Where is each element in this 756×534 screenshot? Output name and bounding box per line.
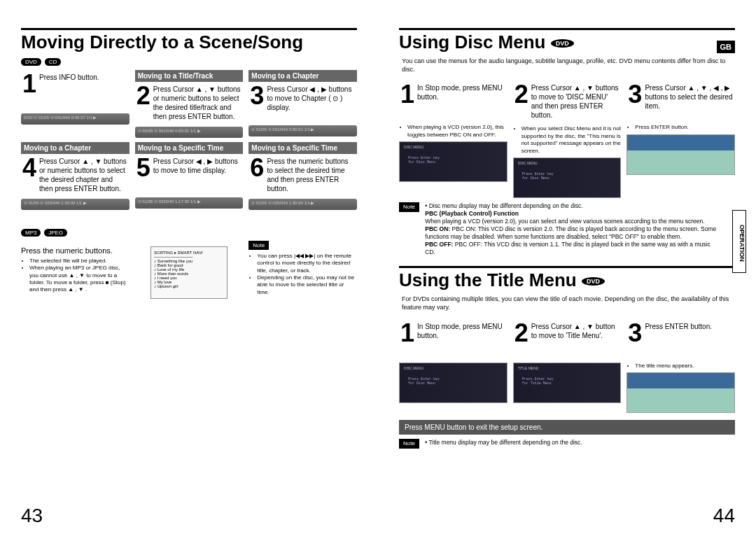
title-moving-directly: Moving Directly to a Scene/Song (21, 31, 357, 53)
title-note-block: Note • Title menu display may be differe… (399, 439, 735, 449)
pill-mp3: MP3 (21, 229, 41, 237)
step-num: 2 (514, 83, 528, 106)
rule (399, 28, 735, 30)
pill-dvd: DVD (21, 58, 41, 66)
title-steps-row: 1 In Stop mode, press MENU button. DISC … (399, 319, 735, 413)
step-header: Moving to a Title/Track (135, 70, 244, 82)
pill-cd: CD (45, 58, 62, 66)
info-bar: DVD ⊙ 01/05 ⊙ 001/040 0:00:37 1/1 ▶ (21, 113, 130, 125)
steps-row-2: Moving to a Chapter 4 Press Cursor ▲ , ▼… (21, 142, 357, 210)
step-text: Press Cursor ▲ , ▼ buttons to move to 'D… (531, 83, 620, 120)
step-num: 5 (136, 157, 150, 179)
title-subtext: For DVDs containing multiple titles, you… (402, 295, 735, 311)
info-bar: ⊙ 01/05 ⊙ 001/040 0:00:01 1/1 ▶ (248, 125, 357, 136)
note-line: PBC (Playback Control) Function (425, 210, 519, 217)
step-text: Press the numeric buttons to select the … (267, 157, 356, 193)
disc-subtext: You can use the menus for the audio lang… (402, 57, 735, 73)
numeric-text: Press the numeric buttons. (21, 246, 130, 255)
step-num: 3 (250, 85, 264, 107)
numeric-bullets: The selected file will be played. When p… (21, 258, 130, 294)
note-line: Disc menu display may be different depen… (429, 202, 583, 209)
step-num: 2 (514, 322, 528, 344)
operation-tab: OPERATION (732, 210, 746, 273)
bullet: When playing an MP3 or JPEG disc, you ca… (29, 265, 130, 294)
note-label: Note (399, 439, 419, 449)
disc-step-3: 3 Press Cursor ▲ , ▼ , ◀ , ▶ buttons to … (626, 80, 735, 198)
page-number-43: 43 (21, 505, 43, 527)
rule-top (21, 28, 357, 30)
title-using-disc-menu: Using Disc Menu DVD (399, 31, 735, 53)
step-header: Moving to a Chapter (248, 70, 357, 82)
note-text: Title menu display may be different depe… (428, 439, 582, 446)
title-using-title-menu: Using the Title Menu DVD (399, 269, 735, 291)
file-list-box: SORTING ▸ SMART NAVI ───────────── ♪ Som… (150, 246, 227, 299)
disc-note-block: Note • Disc menu display may be differen… (399, 202, 735, 256)
mp3-jpeg-pills: MP3 JPEG (21, 228, 357, 237)
step-bullet: Press ENTER button. (626, 124, 735, 131)
dvd-badge: DVD (551, 39, 574, 48)
gb-badge: GB (717, 41, 736, 53)
info-bar: ⊙ 01/05 ⊙ 025/040 1:30:00 1/1 ▶ (21, 199, 130, 210)
step-text: Press Cursor ▲ , ▼ button to move to 'Ti… (531, 322, 620, 340)
tv-screen: TITLE MENU Press Enter keyfor Title Menu (513, 363, 622, 403)
note-label: Note (248, 241, 269, 250)
dvd-badge: DVD (582, 277, 605, 286)
file-list-illustration: SORTING ▸ SMART NAVI ───────────── ♪ Som… (135, 241, 244, 299)
step-num: 1 (400, 83, 414, 106)
step-1: 1 Press INFO button. DVD ⊙ 01/05 ⊙ 001/0… (21, 70, 130, 138)
note-line: When playing a VCD (version 2.0), you ca… (425, 218, 704, 225)
mp3-row: Press the numeric buttons. The selected … (21, 241, 357, 299)
page-44: GB OPERATION Using Disc Menu DVD You can… (378, 0, 756, 534)
step-header: Moving to a Specific Time (248, 142, 357, 154)
step-num: 2 (136, 85, 150, 107)
pill-jpeg: JPEG (44, 229, 67, 237)
info-bar: ⊙ 01/05 ⊙ 025/040 1:17:30 1/1 ▶ (135, 197, 244, 209)
steps-row-1: 1 Press INFO button. DVD ⊙ 01/05 ⊙ 001/0… (21, 70, 357, 138)
title-step-1: 1 In Stop mode, press MENU button. DISC … (399, 319, 507, 413)
step-2: Moving to a Title/Track 2 Press Cursor ▲… (135, 70, 244, 138)
tv-screen: DISC MENU Press Enter keyfor Disc Menu (513, 157, 622, 198)
tv-screen-dolphin (626, 134, 735, 175)
page-43: Moving Directly to a Scene/Song DVD CD 1… (0, 0, 378, 534)
note-line: PBC OFF: This VCD disc is version 1.1. T… (425, 241, 710, 255)
step-num: 6 (250, 157, 264, 179)
title-text: Using Disc Menu (399, 31, 545, 52)
step-header: Moving to a Chapter (21, 142, 130, 154)
info-bar: ⊙ 01/05 ⊙ 025/040 1:30:00 1/1 ▶ (248, 199, 357, 210)
step-text: Press ENTER button. (645, 322, 734, 331)
bullet: The selected file will be played. (29, 258, 130, 265)
step-text: Press Cursor ▲ , ▼ buttons or numeric bu… (39, 157, 128, 193)
step-text: Press Cursor ◀ , ▶ buttons to move to Ch… (267, 85, 356, 112)
step-text: Press Cursor ◀ , ▶ buttons to move to ti… (153, 157, 242, 175)
step-text: Press Cursor ▲ , ▼ , ◀ , ▶ buttons to se… (645, 83, 734, 111)
note-bullet: Depending on the disc, you may not be ab… (257, 274, 357, 296)
note-bullets: You can press |◀◀ ▶▶| on the remote cont… (248, 253, 357, 296)
step-text: In Stop mode, press MENU button. (417, 83, 506, 101)
step-num: 4 (22, 157, 36, 179)
exit-instruction: Press MENU button to exit the setup scre… (399, 420, 735, 435)
note-label: Note (399, 202, 419, 212)
step-text: Press INFO button. (39, 73, 128, 82)
step-5: Moving to a Specific Time 5 Press Cursor… (135, 142, 244, 210)
title-text: Using the Title Menu (399, 269, 577, 290)
step-num: 3 (628, 322, 642, 344)
disc-steps-row: 1 In Stop mode, press MENU button. When … (399, 80, 735, 198)
step-header: Moving to a Specific Time (135, 142, 244, 154)
note-col: Note You can press |◀◀ ▶▶| on the remote… (248, 241, 357, 299)
step-bullet: When you select Disc Menu and it is not … (513, 125, 622, 155)
step-bullet: When playing a VCD (version 2.0), this t… (399, 124, 507, 139)
page-number-44: 44 (713, 505, 735, 527)
title-step-3: 3 Press ENTER button. The title menu app… (626, 319, 735, 413)
disc-type-pills: DVD CD (21, 57, 357, 66)
info-bar: ⊙ 05/05 ⊙ 001/040 0:00:01 1/1 ▶ (135, 127, 244, 138)
step-bullet: The title menu appears. (626, 363, 735, 370)
step-num: 1 (400, 322, 414, 344)
step-3: Moving to a Chapter 3 Press Cursor ◀ , ▶… (248, 70, 357, 138)
step-6: Moving to a Specific Time 6 Press the nu… (248, 142, 357, 210)
step-text: Press Cursor ▲ , ▼ buttons or numeric bu… (153, 85, 242, 121)
step-4: Moving to a Chapter 4 Press Cursor ▲ , ▼… (21, 142, 130, 210)
tv-screen: DISC MENU Press Enter keyfor Disc Menu (399, 363, 507, 403)
note-line: PBC ON: This VCD disc is version 2.0. Th… (425, 225, 716, 240)
title-step-2: 2 Press Cursor ▲ , ▼ button to move to '… (513, 319, 622, 413)
step-num: 1 (22, 73, 36, 95)
